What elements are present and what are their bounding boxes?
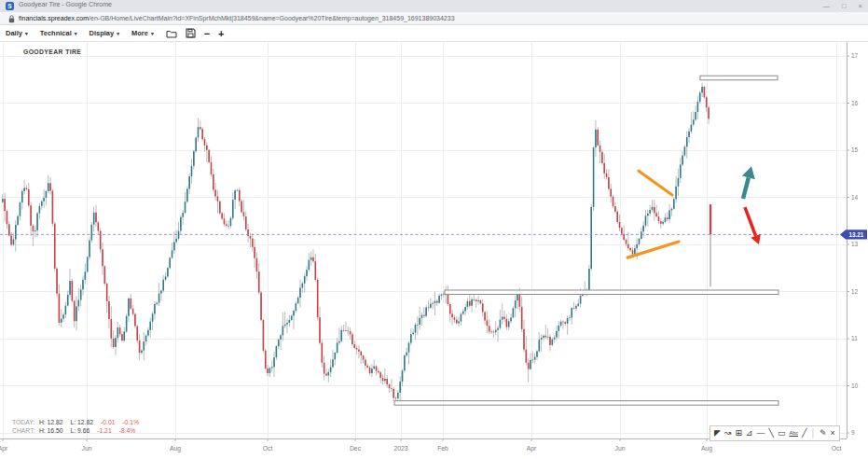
menu-technical[interactable]: Technical▾ <box>40 29 77 37</box>
svg-text:Dec: Dec <box>350 445 362 452</box>
menu-more-label: More <box>131 29 148 37</box>
text-label-icon[interactable]: Abc <box>790 426 798 440</box>
horizontal-line-icon[interactable]: — <box>757 426 765 440</box>
chevron-down-icon: ▾ <box>75 31 77 36</box>
menu-display-label: Display <box>90 29 115 37</box>
svg-text:Jun: Jun <box>615 445 626 452</box>
svg-text:14: 14 <box>851 194 859 201</box>
menu-daily-label: Daily <box>6 29 22 37</box>
line-icon[interactable]: ╱ <box>802 426 806 440</box>
close-icon[interactable]: × <box>859 0 862 12</box>
gridlines <box>0 43 847 438</box>
open-folder-icon[interactable] <box>166 29 177 38</box>
chevron-down-icon: ▾ <box>25 31 28 36</box>
support-box-low <box>394 401 778 406</box>
svg-text:11: 11 <box>851 335 858 341</box>
svg-text:12: 12 <box>851 288 859 295</box>
legend-chart-percent: -8.4% <box>119 426 136 435</box>
window-titlebar: S Goodyear Tire - Google Chrome — □ × <box>0 0 868 12</box>
chevron-down-icon: ▾ <box>117 31 119 36</box>
y-axis-labels: 17161514131211109 <box>847 52 859 436</box>
url-path: /en-GB/Home/LiveChartMain?id=XFinSprMchM… <box>89 15 454 21</box>
legend-chart-label: CHART: <box>12 426 37 435</box>
svg-text:16: 16 <box>851 100 859 106</box>
legend-today-label: TODAY: <box>12 418 37 426</box>
legend-chart-low: L: 9.66 <box>70 426 90 435</box>
window-title: Goodyear Tire - Google Chrome <box>19 1 112 7</box>
grid-icon[interactable]: ⊞ <box>735 426 742 440</box>
chart-area: 17161514131211109AprJunAugOctDec2023FebA… <box>0 42 868 459</box>
pennant-upper <box>639 171 672 195</box>
svg-text:Jun: Jun <box>82 445 92 452</box>
pencil-icon[interactable]: ✎ <box>820 426 827 440</box>
svg-text:Apr: Apr <box>0 445 8 452</box>
svg-text:17: 17 <box>851 52 859 59</box>
toolbar-divider: │ <box>810 426 816 440</box>
resistance-box-mid <box>445 290 778 295</box>
scenario-up-arrow <box>742 166 755 199</box>
menu-daily[interactable]: Daily▾ <box>6 29 28 37</box>
zoom-in-button[interactable]: + <box>218 29 224 38</box>
svg-text:Apr: Apr <box>527 445 537 452</box>
svg-text:Aug: Aug <box>170 445 181 452</box>
resistance-box-high <box>700 76 778 80</box>
maximize-icon[interactable]: □ <box>842 0 847 12</box>
svg-text:13.21: 13.21 <box>849 231 864 238</box>
window-controls: — □ × <box>823 0 862 12</box>
legend-chart-high: H: 16.50 <box>39 426 63 435</box>
minimize-icon[interactable]: — <box>823 0 831 12</box>
zoom-out-button[interactable]: − <box>204 29 210 38</box>
address-bar[interactable]: financials.spreadex.com/en-GB/Home/LiveC… <box>0 12 868 25</box>
favicon-letter: S <box>7 3 11 9</box>
spreadex-favicon: S <box>6 2 14 10</box>
zigzag-icon[interactable]: ↝ <box>724 426 732 440</box>
svg-text:15: 15 <box>851 146 859 153</box>
svg-text:Feb: Feb <box>437 445 448 452</box>
svg-text:13: 13 <box>851 241 859 247</box>
browser-window: S Goodyear Tire - Google Chrome — □ × fi… <box>0 0 868 459</box>
svg-text:10: 10 <box>851 382 859 389</box>
drawing-toolbar: ◤ ↝ ⊞ ⊿ — ╲ ▭ Abc ╱ │ ✎ × <box>710 425 840 441</box>
pointer-icon[interactable]: ◤ <box>714 426 721 440</box>
axes <box>0 42 847 438</box>
rectangle-icon[interactable]: ▭ <box>778 426 786 440</box>
legend-today-high: H: 12.82 <box>39 418 63 426</box>
url-text[interactable]: financials.spreadex.com/en-GB/Home/LiveC… <box>19 15 455 21</box>
chevron-down-icon: ▾ <box>151 31 154 36</box>
save-icon[interactable] <box>186 28 196 38</box>
legend-row-chart: CHART: H: 16.50 L: 9.66 -1.21 -8.4% <box>12 426 145 435</box>
legend-today-change: -0.01 <box>101 418 116 426</box>
price-badge: 13.21 <box>840 230 867 239</box>
legend-today-low: L: 12.82 <box>70 418 93 426</box>
menu-more[interactable]: More▾ <box>131 29 154 37</box>
legend-today-percent: -0.1% <box>122 418 139 426</box>
candlestick-chart[interactable]: 17161514131211109AprJunAugOctDec2023FebA… <box>0 42 868 459</box>
menu-technical-label: Technical <box>40 29 72 37</box>
svg-text:Oct: Oct <box>263 445 273 452</box>
svg-text:Oct: Oct <box>832 445 842 452</box>
padlock-icon <box>8 15 15 23</box>
svg-text:9: 9 <box>851 429 855 436</box>
scenario-down-arrow <box>745 207 761 244</box>
legend-row-today: TODAY: H: 12.82 L: 12.82 -0.01 -0.1% <box>12 418 145 426</box>
url-domain: financials.spreadex.com <box>19 15 89 21</box>
menu-display[interactable]: Display▾ <box>90 29 119 37</box>
chart-axes-icon[interactable]: ⊿ <box>746 426 753 440</box>
chart-toolbar: Daily▾ Technical▾ Display▾ More▾ − + <box>0 25 868 42</box>
legend-chart-change: -1.21 <box>97 426 112 435</box>
svg-text:Aug: Aug <box>701 445 712 452</box>
trendline-icon[interactable]: ╲ <box>769 426 774 440</box>
svg-text:2023: 2023 <box>393 445 407 452</box>
chart-legend: TODAY: H: 12.82 L: 12.82 -0.01 -0.1% CHA… <box>12 418 145 435</box>
chart-title: GOODYEAR TIRE <box>23 49 81 55</box>
close-toolbar-icon[interactable]: × <box>831 426 835 440</box>
last-candle <box>710 204 711 286</box>
